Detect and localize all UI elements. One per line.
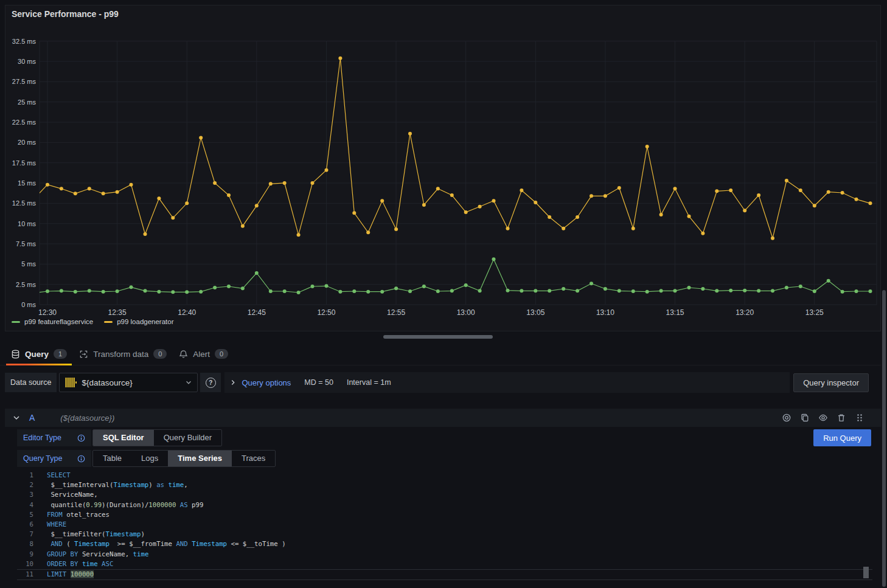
code-line[interactable]: 9GROUP BY ServiceName, time (17, 550, 872, 559)
query-row-actions (780, 411, 875, 424)
run-query-button[interactable]: Run Query (813, 429, 871, 446)
svg-text:13:05: 13:05 (526, 308, 544, 317)
svg-text:7.5 ms: 7.5 ms (16, 240, 37, 247)
code-line[interactable]: 10ORDER BY time ASC (17, 559, 872, 569)
editor-type-chip: Editor Type (17, 429, 91, 446)
code-text: $__timeFilter(Timestamp) (33, 530, 145, 539)
hide-response-eye-icon[interactable] (816, 411, 830, 424)
code-text: quantile(0.99)(Duration)/1000000 AS p99 (33, 500, 203, 510)
code-line[interactable]: 1SELECT (17, 471, 872, 480)
svg-text:12:30: 12:30 (38, 308, 57, 317)
chevron-down-icon (185, 379, 192, 386)
svg-text:12:55: 12:55 (387, 308, 405, 317)
editor-scrollbar-thumb[interactable] (863, 567, 869, 578)
sql-code-editor[interactable]: 1SELECT2 $__timeInterval(Timestamp) as t… (17, 469, 872, 585)
line-number: 4 (17, 500, 33, 510)
delete-query-trash-icon[interactable] (835, 411, 848, 424)
code-line[interactable]: 8 AND ( Timestamp >= $__fromTime AND Tim… (17, 539, 872, 549)
code-line[interactable]: 4 quantile(0.99)(Duration)/1000000 AS p9… (17, 500, 872, 510)
editor-type-segmented: SQL Editor Query Builder (92, 429, 222, 446)
query-type-row: Query Type Table Logs Time Series Traces (17, 450, 276, 467)
editor-type-option-query-builder[interactable]: Query Builder (154, 430, 221, 446)
editor-type-label: Editor Type (23, 434, 61, 442)
code-text: $__timeInterval(Timestamp) as time, (33, 480, 188, 490)
svg-text:13:20: 13:20 (736, 308, 754, 317)
code-line[interactable]: 3 ServiceName, (17, 490, 872, 500)
duplicate-query-icon[interactable] (798, 411, 812, 424)
code-line[interactable]: 2 $__timeInterval(Timestamp) as time, (17, 480, 872, 490)
svg-text:10 ms: 10 ms (18, 220, 36, 227)
svg-text:13:00: 13:00 (457, 308, 475, 317)
svg-text:12:50: 12:50 (317, 308, 335, 317)
line-number: 3 (17, 490, 33, 500)
tab-count-badge: 0 (153, 349, 167, 359)
record-icon[interactable] (780, 411, 793, 424)
interval-stat: Interval = 1m (347, 378, 391, 387)
code-text: WHERE (33, 520, 66, 530)
query-type-option-table[interactable]: Table (93, 451, 131, 466)
query-inspector-button[interactable]: Query inspector (793, 373, 869, 392)
svg-text:12:35: 12:35 (108, 308, 127, 317)
tab-count-badge: 0 (215, 349, 228, 359)
code-line[interactable]: 7 $__timeFilter(Timestamp) (17, 530, 872, 539)
collapse-chevron-icon[interactable] (12, 413, 21, 422)
chevron-right-icon[interactable] (229, 379, 237, 386)
line-number: 7 (17, 530, 33, 539)
code-line[interactable]: 6WHERE (17, 520, 872, 530)
svg-text:12:40: 12:40 (178, 308, 196, 317)
query-type-option-traces[interactable]: Traces (232, 451, 275, 466)
datasource-picker[interactable]: ${datasource} (59, 373, 198, 392)
legend-item-featureflagservice[interactable]: p99 featureflagservice (12, 318, 93, 325)
code-line[interactable]: 11LIMIT 100000 (17, 569, 872, 580)
datasource-label: Data source (5, 373, 57, 392)
line-number: 11 (17, 570, 33, 579)
query-datasource-hint: (${datasource}) (60, 413, 114, 423)
line-number: 1 (17, 471, 33, 480)
tab-query[interactable]: Query 1 (5, 343, 73, 365)
transform-icon (79, 350, 88, 359)
info-icon (77, 434, 85, 442)
tab-label: Transform data (93, 350, 148, 359)
tab-label: Alert (193, 350, 210, 359)
svg-text:15 ms: 15 ms (18, 179, 36, 187)
line-number: 9 (17, 550, 33, 559)
code-text: LIMIT 100000 (33, 570, 94, 579)
query-row-header[interactable]: A (${datasource}) (5, 409, 882, 427)
legend-item-loadgenerator[interactable]: p99 loadgenerator (104, 318, 173, 325)
legend-label: p99 loadgenerator (117, 318, 173, 325)
page-scrollbar-thumb[interactable] (882, 290, 886, 587)
page-scrollbar-track (881, 0, 887, 588)
chart-legend: p99 featureflagservice p99 loadgenerator (12, 318, 174, 325)
tab-alert[interactable]: Alert 0 (173, 343, 234, 365)
datasource-value: ${datasource} (82, 378, 180, 387)
code-text: AND ( Timestamp >= $__fromTime AND Times… (33, 539, 286, 549)
code-text: ORDER BY time ASC (33, 559, 113, 569)
query-type-label: Query Type (23, 454, 62, 463)
legend-swatch-yellow (104, 321, 113, 323)
svg-text:12.5 ms: 12.5 ms (12, 199, 37, 207)
svg-text:13:15: 13:15 (666, 308, 684, 317)
code-text: GROUP BY ServiceName, time (33, 550, 148, 559)
panel-title: Service Performance - p99 (12, 9, 119, 19)
editor-type-option-sql-editor[interactable]: SQL Editor (93, 430, 154, 446)
query-type-chip: Query Type (17, 450, 91, 467)
svg-text:0 ms: 0 ms (21, 301, 36, 308)
question-icon: ? (206, 378, 216, 388)
line-number: 10 (17, 559, 33, 569)
svg-text:32.5 ms: 32.5 ms (12, 38, 37, 45)
query-options-bar: Query options MD = 50 Interval = 1m (224, 372, 790, 393)
timeseries-panel: Service Performance - p99 0 ms2.5 ms5 ms… (5, 5, 881, 331)
svg-text:5 ms: 5 ms (21, 260, 36, 268)
query-type-option-logs[interactable]: Logs (131, 451, 168, 466)
drag-handle-icon[interactable] (853, 411, 866, 424)
horizontal-scrollbar-thumb[interactable] (383, 335, 493, 339)
datasource-help-button[interactable]: ? (200, 373, 221, 392)
database-icon (11, 350, 20, 359)
query-toolbar: Data source ${datasource} ? Query option… (5, 372, 882, 393)
query-options-link[interactable]: Query options (242, 378, 291, 387)
query-type-option-time-series[interactable]: Time Series (168, 451, 232, 466)
code-text: SELECT (33, 471, 71, 480)
tab-transform-data[interactable]: Transform data 0 (73, 343, 173, 365)
code-line[interactable]: 5FROM otel_traces (17, 510, 872, 520)
line-number: 2 (17, 480, 33, 490)
